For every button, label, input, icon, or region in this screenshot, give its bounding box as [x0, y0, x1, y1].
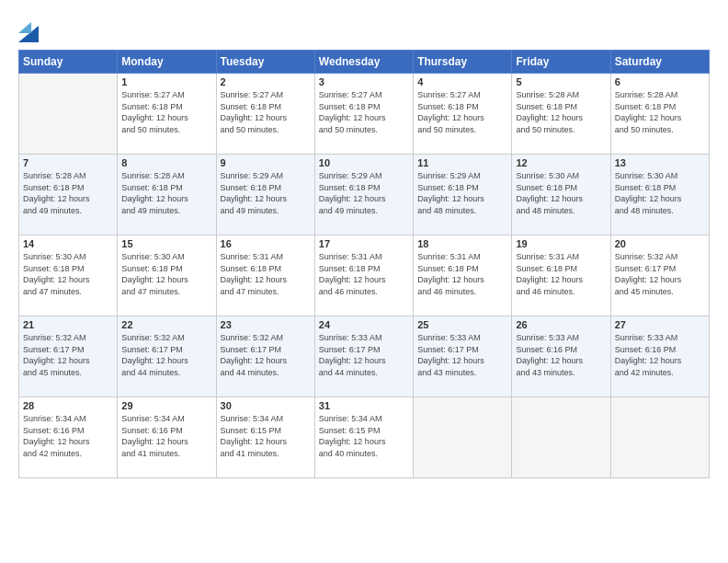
day-info: Sunrise: 5:28 AM Sunset: 6:18 PM Dayligh…	[121, 170, 211, 216]
day-number: 28	[23, 400, 113, 411]
day-info: Sunrise: 5:32 AM Sunset: 6:17 PM Dayligh…	[221, 332, 311, 378]
logo	[18, 17, 43, 42]
day-info: Sunrise: 5:32 AM Sunset: 6:17 PM Dayligh…	[23, 332, 113, 378]
calendar-cell: 7Sunrise: 5:28 AM Sunset: 6:18 PM Daylig…	[19, 155, 118, 236]
day-info: Sunrise: 5:27 AM Sunset: 6:18 PM Dayligh…	[121, 89, 211, 135]
calendar-cell: 27Sunrise: 5:33 AM Sunset: 6:16 PM Dayli…	[610, 316, 709, 397]
day-number: 19	[516, 238, 606, 249]
day-info: Sunrise: 5:34 AM Sunset: 6:15 PM Dayligh…	[221, 413, 311, 459]
day-number: 21	[23, 319, 113, 330]
day-info: Sunrise: 5:28 AM Sunset: 6:18 PM Dayligh…	[23, 170, 113, 216]
day-number: 4	[417, 76, 507, 87]
day-info: Sunrise: 5:33 AM Sunset: 6:16 PM Dayligh…	[615, 332, 705, 378]
day-number: 17	[319, 238, 409, 249]
calendar-cell: 26Sunrise: 5:33 AM Sunset: 6:16 PM Dayli…	[512, 316, 610, 397]
day-number: 24	[319, 319, 409, 330]
day-number: 22	[121, 319, 211, 330]
day-number: 6	[615, 76, 705, 87]
day-info: Sunrise: 5:27 AM Sunset: 6:18 PM Dayligh…	[417, 89, 507, 135]
calendar-cell: 25Sunrise: 5:33 AM Sunset: 6:17 PM Dayli…	[414, 316, 512, 397]
day-number: 20	[615, 238, 705, 249]
calendar-cell: 29Sunrise: 5:34 AM Sunset: 6:16 PM Dayli…	[118, 397, 216, 478]
day-number: 15	[121, 238, 211, 249]
day-number: 27	[615, 319, 705, 330]
calendar-header: SundayMondayTuesdayWednesdayThursdayFrid…	[19, 51, 710, 74]
calendar-week-row: 14Sunrise: 5:30 AM Sunset: 6:18 PM Dayli…	[19, 236, 710, 316]
day-info: Sunrise: 5:33 AM Sunset: 6:17 PM Dayligh…	[319, 332, 409, 378]
calendar-cell: 17Sunrise: 5:31 AM Sunset: 6:18 PM Dayli…	[314, 236, 413, 316]
weekday-header: Sunday	[19, 51, 118, 74]
weekday-header: Monday	[118, 51, 216, 74]
calendar-cell: 20Sunrise: 5:32 AM Sunset: 6:17 PM Dayli…	[610, 236, 709, 316]
calendar-cell: 12Sunrise: 5:30 AM Sunset: 6:18 PM Dayli…	[512, 155, 610, 236]
calendar-week-row: 28Sunrise: 5:34 AM Sunset: 6:16 PM Dayli…	[19, 397, 710, 478]
day-info: Sunrise: 5:27 AM Sunset: 6:18 PM Dayligh…	[319, 89, 409, 135]
calendar: SundayMondayTuesdayWednesdayThursdayFrid…	[18, 50, 710, 478]
calendar-cell: 11Sunrise: 5:29 AM Sunset: 6:18 PM Dayli…	[414, 155, 512, 236]
day-number: 30	[221, 400, 311, 411]
calendar-cell: 10Sunrise: 5:29 AM Sunset: 6:18 PM Dayli…	[314, 155, 413, 236]
day-info: Sunrise: 5:30 AM Sunset: 6:18 PM Dayligh…	[23, 251, 113, 297]
day-number: 3	[319, 76, 409, 87]
calendar-body: 1Sunrise: 5:27 AM Sunset: 6:18 PM Daylig…	[19, 74, 710, 478]
calendar-cell	[610, 397, 709, 478]
calendar-cell: 5Sunrise: 5:28 AM Sunset: 6:18 PM Daylig…	[512, 74, 610, 155]
day-info: Sunrise: 5:31 AM Sunset: 6:18 PM Dayligh…	[516, 251, 606, 297]
calendar-cell: 8Sunrise: 5:28 AM Sunset: 6:18 PM Daylig…	[118, 155, 216, 236]
day-info: Sunrise: 5:27 AM Sunset: 6:18 PM Dayligh…	[221, 89, 311, 135]
day-info: Sunrise: 5:28 AM Sunset: 6:18 PM Dayligh…	[516, 89, 606, 135]
day-number: 7	[23, 157, 113, 168]
day-info: Sunrise: 5:30 AM Sunset: 6:18 PM Dayligh…	[615, 170, 705, 216]
calendar-cell: 18Sunrise: 5:31 AM Sunset: 6:18 PM Dayli…	[414, 236, 512, 316]
day-number: 8	[121, 157, 211, 168]
calendar-week-row: 7Sunrise: 5:28 AM Sunset: 6:18 PM Daylig…	[19, 155, 710, 236]
day-info: Sunrise: 5:29 AM Sunset: 6:18 PM Dayligh…	[319, 170, 409, 216]
page: SundayMondayTuesdayWednesdayThursdayFrid…	[0, 0, 728, 563]
calendar-week-row: 21Sunrise: 5:32 AM Sunset: 6:17 PM Dayli…	[19, 316, 710, 397]
day-number: 31	[319, 400, 409, 411]
calendar-cell: 4Sunrise: 5:27 AM Sunset: 6:18 PM Daylig…	[414, 74, 512, 155]
day-info: Sunrise: 5:30 AM Sunset: 6:18 PM Dayligh…	[516, 170, 606, 216]
day-number: 18	[417, 238, 507, 249]
day-info: Sunrise: 5:33 AM Sunset: 6:16 PM Dayligh…	[516, 332, 606, 378]
calendar-cell: 14Sunrise: 5:30 AM Sunset: 6:18 PM Dayli…	[19, 236, 118, 316]
calendar-cell: 31Sunrise: 5:34 AM Sunset: 6:15 PM Dayli…	[314, 397, 413, 478]
day-number: 9	[221, 157, 311, 168]
calendar-week-row: 1Sunrise: 5:27 AM Sunset: 6:18 PM Daylig…	[19, 74, 710, 155]
calendar-cell: 16Sunrise: 5:31 AM Sunset: 6:18 PM Dayli…	[216, 236, 314, 316]
weekday-row: SundayMondayTuesdayWednesdayThursdayFrid…	[19, 51, 710, 74]
day-number: 29	[121, 400, 211, 411]
day-number: 14	[23, 238, 113, 249]
weekday-header: Thursday	[414, 51, 512, 74]
day-info: Sunrise: 5:30 AM Sunset: 6:18 PM Dayligh…	[121, 251, 211, 297]
day-number: 10	[319, 157, 409, 168]
calendar-cell: 6Sunrise: 5:28 AM Sunset: 6:18 PM Daylig…	[610, 74, 709, 155]
day-info: Sunrise: 5:34 AM Sunset: 6:16 PM Dayligh…	[121, 413, 211, 459]
calendar-cell: 19Sunrise: 5:31 AM Sunset: 6:18 PM Dayli…	[512, 236, 610, 316]
day-info: Sunrise: 5:34 AM Sunset: 6:16 PM Dayligh…	[23, 413, 113, 459]
day-number: 2	[221, 76, 311, 87]
weekday-header: Saturday	[610, 51, 709, 74]
day-info: Sunrise: 5:33 AM Sunset: 6:17 PM Dayligh…	[417, 332, 507, 378]
day-number: 11	[417, 157, 507, 168]
svg-marker-1	[18, 22, 31, 33]
logo-icon	[18, 17, 39, 42]
day-number: 12	[516, 157, 606, 168]
day-info: Sunrise: 5:29 AM Sunset: 6:18 PM Dayligh…	[417, 170, 507, 216]
weekday-header: Tuesday	[216, 51, 314, 74]
calendar-cell: 2Sunrise: 5:27 AM Sunset: 6:18 PM Daylig…	[216, 74, 314, 155]
calendar-cell	[19, 74, 118, 155]
day-info: Sunrise: 5:31 AM Sunset: 6:18 PM Dayligh…	[319, 251, 409, 297]
calendar-cell: 21Sunrise: 5:32 AM Sunset: 6:17 PM Dayli…	[19, 316, 118, 397]
calendar-cell: 13Sunrise: 5:30 AM Sunset: 6:18 PM Dayli…	[610, 155, 709, 236]
day-number: 1	[121, 76, 211, 87]
day-number: 5	[516, 76, 606, 87]
day-number: 26	[516, 319, 606, 330]
calendar-cell	[512, 397, 610, 478]
header	[18, 17, 710, 42]
calendar-cell: 24Sunrise: 5:33 AM Sunset: 6:17 PM Dayli…	[314, 316, 413, 397]
weekday-header: Friday	[512, 51, 610, 74]
day-info: Sunrise: 5:29 AM Sunset: 6:18 PM Dayligh…	[221, 170, 311, 216]
day-number: 23	[221, 319, 311, 330]
calendar-cell: 30Sunrise: 5:34 AM Sunset: 6:15 PM Dayli…	[216, 397, 314, 478]
